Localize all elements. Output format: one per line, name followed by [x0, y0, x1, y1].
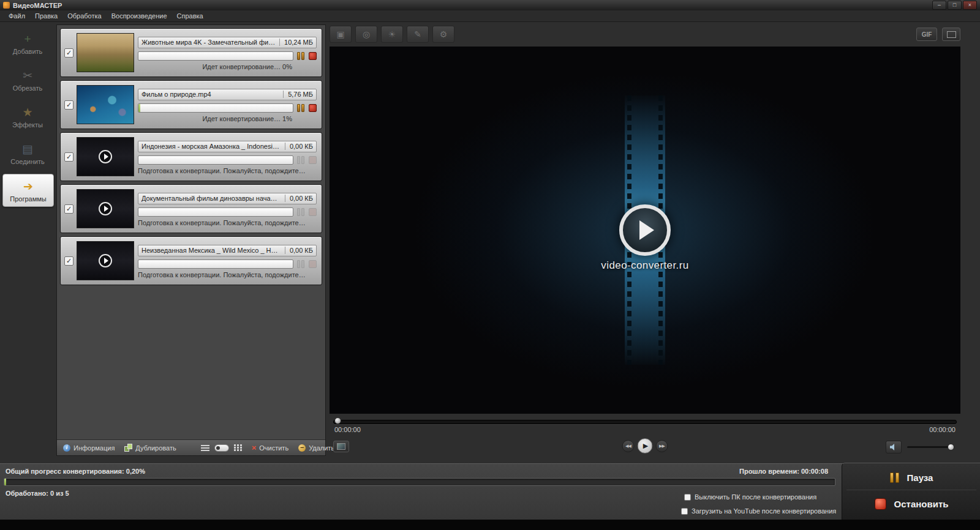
elapsed-time-label: Прошло времени: 00:00:08: [739, 468, 828, 475]
file-progress-row: [138, 51, 317, 61]
seek-handle[interactable]: [334, 417, 341, 424]
sidebar-item-effects[interactable]: ★ Эффекты: [2, 100, 53, 132]
file-status: Идет конвертирование… 0%: [138, 63, 317, 70]
sidebar-item-label: Обрезать: [13, 84, 43, 92]
trim-icon: ✂: [18, 67, 37, 83]
file-pause-button[interactable]: [297, 260, 305, 268]
file-pause-button[interactable]: [297, 52, 305, 60]
taskbar-strip: [0, 520, 980, 530]
duplicate-button[interactable]: Дублировать: [124, 444, 176, 452]
playback-controls: ◀◀ ▶ ▶▶: [330, 437, 960, 458]
view-toggle[interactable]: [214, 444, 229, 452]
file-progress-bar: [138, 155, 293, 165]
file-checkbox[interactable]: ✓: [64, 152, 74, 162]
file-stop-button[interactable]: [309, 156, 317, 164]
programs-icon: ➔: [19, 178, 37, 194]
menu-processing[interactable]: Обработка: [62, 11, 106, 21]
file-title-bar: Животные мира 4K - Замечательный фильм о…: [138, 37, 317, 48]
youtube-option-label: Загрузить на YouTube после конвертирован…: [692, 507, 836, 515]
sidebar-item-label: Программы: [10, 195, 46, 203]
youtube-option[interactable]: Загрузить на YouTube после конвертирован…: [681, 507, 836, 515]
snapshot-button[interactable]: [333, 441, 349, 452]
file-row[interactable]: ✓ Неизведанная Мексика _ Wild Mexico _ H…: [60, 236, 322, 285]
time-total: 00:00:00: [929, 426, 956, 433]
menu-help[interactable]: Справка: [172, 11, 208, 21]
file-size: 5,76 МБ: [283, 91, 313, 98]
pause-button-label: Пауза: [907, 472, 933, 483]
next-button[interactable]: ▶▶: [656, 440, 668, 452]
stop-icon: [875, 498, 886, 510]
menu-playback[interactable]: Воспроизведение: [107, 11, 172, 21]
file-title: Фильм о природе.mp4: [141, 91, 279, 98]
stop-button[interactable]: Остановить: [846, 491, 976, 516]
file-row[interactable]: ✓ Фильм о природе.mp4 5,76 МБ: [60, 80, 322, 129]
file-pause-button[interactable]: [297, 208, 305, 216]
file-progress-row: [138, 155, 317, 165]
view-switcher: [201, 444, 242, 452]
play-overlay-icon[interactable]: [619, 204, 671, 256]
minimize-button[interactable]: –: [932, 1, 946, 10]
file-row[interactable]: ✓ Животные мира 4K - Замечательный фильм…: [60, 28, 322, 77]
menu-edit[interactable]: Правка: [30, 11, 62, 21]
menubar: Файл Правка Обработка Воспроизведение Сп…: [0, 10, 980, 22]
sidebar: + Добавить ✂ Обрезать ★ Эффекты ▤ Соедин…: [0, 23, 55, 461]
pause-icon: [890, 472, 899, 483]
file-stop-button[interactable]: [309, 52, 317, 60]
zoom-tool-button[interactable]: ◎: [355, 26, 377, 43]
close-button[interactable]: ×: [963, 1, 977, 10]
sidebar-item-label: Соединить: [10, 158, 45, 165]
volume-control: [886, 441, 954, 453]
previous-button[interactable]: ◀◀: [622, 440, 635, 452]
youtube-checkbox[interactable]: [681, 508, 688, 515]
frame-tool-button[interactable]: ▣: [330, 26, 352, 43]
maximize-button[interactable]: □: [948, 1, 962, 10]
file-pause-button[interactable]: [297, 104, 305, 112]
clear-button[interactable]: × Очистить: [252, 444, 288, 452]
sidebar-item-programs[interactable]: ➔ Программы: [2, 174, 54, 207]
file-thumbnail: [77, 85, 134, 124]
brightness-tool-button[interactable]: ☀: [381, 26, 403, 43]
file-checkbox[interactable]: ✓: [64, 48, 74, 58]
list-view-icon[interactable]: [201, 445, 209, 451]
edit-tool-button[interactable]: ✎: [407, 26, 429, 43]
seek-track[interactable]: [333, 420, 957, 424]
sidebar-item-trim[interactable]: ✂ Обрезать: [2, 64, 53, 95]
file-title-bar: Фильм о природе.mp4 5,76 МБ: [138, 89, 317, 100]
file-stop-button[interactable]: [309, 104, 317, 112]
pause-button[interactable]: Пауза: [846, 465, 976, 490]
file-progress-fill: [138, 104, 140, 112]
overall-progress-fill: [4, 479, 6, 485]
file-checkbox[interactable]: ✓: [64, 204, 74, 214]
file-status: Подготовка к конвертации. Пожалуйста, по…: [138, 167, 317, 174]
file-size: 10,24 МБ: [279, 39, 313, 46]
file-checkbox[interactable]: ✓: [64, 100, 74, 110]
file-pause-button[interactable]: [297, 156, 305, 164]
seek-bar[interactable]: [333, 417, 957, 425]
shutdown-option[interactable]: Выключить ПК после конвертирования: [684, 493, 816, 501]
fullscreen-icon: [947, 31, 956, 38]
thumbnail-play-icon: [99, 254, 112, 267]
zoom-icon: ◎: [363, 30, 370, 39]
volume-slider[interactable]: [907, 446, 954, 448]
sidebar-item-add[interactable]: + Добавить: [2, 27, 53, 59]
sidebar-item-join[interactable]: ▤ Соединить: [2, 137, 53, 169]
gif-button[interactable]: GIF: [916, 28, 937, 41]
file-title-bar: Неизведанная Мексика _ Wild Mexico _ HD …: [138, 245, 317, 256]
file-stop-button[interactable]: [309, 260, 317, 268]
shutdown-checkbox[interactable]: [684, 494, 691, 501]
file-stop-button[interactable]: [309, 208, 317, 216]
info-button[interactable]: i Информация: [63, 444, 115, 452]
file-checkbox[interactable]: ✓: [64, 256, 74, 266]
video-preview[interactable]: video-converter.ru: [330, 47, 960, 414]
mute-button[interactable]: [886, 441, 902, 453]
effects-tool-button[interactable]: ⚙: [432, 26, 454, 43]
volume-handle[interactable]: [948, 444, 954, 450]
grid-view-icon[interactable]: [234, 444, 236, 446]
menu-file[interactable]: Файл: [4, 11, 30, 21]
fullscreen-button[interactable]: [942, 28, 960, 41]
play-button[interactable]: ▶: [638, 438, 653, 453]
join-icon: ▤: [18, 141, 37, 157]
file-row[interactable]: ✓ Документальный фильм динозавры начало …: [60, 184, 322, 233]
file-row[interactable]: ✓ Индонезия - морская Амазонка _ Indones…: [60, 132, 322, 181]
file-progress-row: [138, 103, 317, 113]
